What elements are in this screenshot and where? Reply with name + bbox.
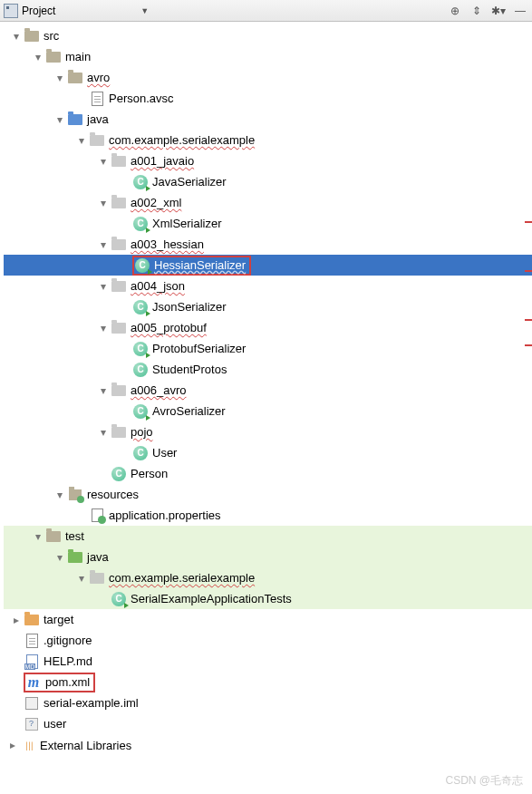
hide-icon[interactable]: — [512, 3, 528, 19]
tree-node-appprops[interactable]: application.properties [4, 505, 532, 526]
maven-icon: m [28, 674, 39, 691]
tree-node-main[interactable]: main [4, 46, 532, 67]
tree-node-jsonserializer[interactable]: CJsonSerializer [4, 296, 532, 317]
project-tree: src main avro Person.avsc java com.examp… [0, 22, 532, 734]
tree-node-target[interactable]: target [4, 609, 532, 630]
toolbar-title: Project [22, 5, 55, 17]
tree-node-avro[interactable]: avro [4, 67, 532, 88]
tree-node-test[interactable]: test [4, 526, 532, 547]
gear-icon[interactable]: ✱▾ [490, 3, 507, 19]
tree-node-helpmd[interactable]: HELP.md [4, 651, 532, 672]
tree-node-gitignore[interactable]: .gitignore [4, 630, 532, 651]
tree-node-pom[interactable]: mpom.xml [4, 672, 532, 692]
tree-node-javaserializer[interactable]: CJavaSerializer [4, 171, 532, 192]
tree-node-a001[interactable]: a001_javaio [4, 150, 532, 171]
tree-node-java-test[interactable]: java [4, 547, 532, 567]
tree-node-a002[interactable]: a002_xml [4, 192, 532, 213]
tree-node-user-class[interactable]: CUser [4, 442, 532, 463]
library-icon: ⫼ [24, 738, 36, 752]
tree-node-a004[interactable]: a004_json [4, 276, 532, 296]
tree-node-hessianserializer[interactable]: CHessianSerializer [4, 255, 532, 276]
tree-node-person-class[interactable]: CPerson [4, 463, 532, 484]
tree-node-avroserializer[interactable]: CAvroSerializer [4, 401, 532, 421]
locate-icon[interactable]: ⊕ [447, 3, 463, 19]
tree-node-studentprotos[interactable]: CStudentProtos [4, 359, 532, 380]
dropdown-arrow-icon[interactable]: ▼ [140, 6, 149, 15]
tree-node-protobufserializer[interactable]: CProtobufSerializer [4, 338, 532, 359]
watermark: CSDN @毛奇志 [445, 773, 523, 789]
project-icon [4, 4, 18, 18]
tree-node-xmlserializer[interactable]: CXmlSerializer [4, 213, 532, 234]
tree-node-iml[interactable]: serial-example.iml [4, 692, 532, 713]
tree-node-resources[interactable]: resources [4, 484, 532, 505]
tree-node-java-main[interactable]: java [4, 109, 532, 130]
tree-node-a003[interactable]: a003_hessian [4, 234, 532, 255]
tree-node-pkg-test[interactable]: com.example.serialexample [4, 567, 532, 588]
tree-node-testclass[interactable]: CSerialExampleApplicationTests [4, 588, 532, 609]
tree-node-userfile[interactable]: user [4, 713, 532, 734]
tree-node-person-avsc[interactable]: Person.avsc [4, 88, 532, 109]
tree-node-pkg-main[interactable]: com.example.serialexample [4, 130, 532, 150]
collapse-icon[interactable]: ⇕ [469, 3, 485, 19]
tree-node-pojo[interactable]: pojo [4, 421, 532, 442]
external-libraries[interactable]: ⫼ External Libraries [0, 734, 532, 752]
tree-node-src[interactable]: src [4, 25, 532, 46]
project-toolbar: Project ▼ ⊕ ⇕ ✱▾ — [0, 0, 532, 22]
tree-node-a005[interactable]: a005_protobuf [4, 317, 532, 338]
tree-node-a006[interactable]: a006_avro [4, 380, 532, 401]
